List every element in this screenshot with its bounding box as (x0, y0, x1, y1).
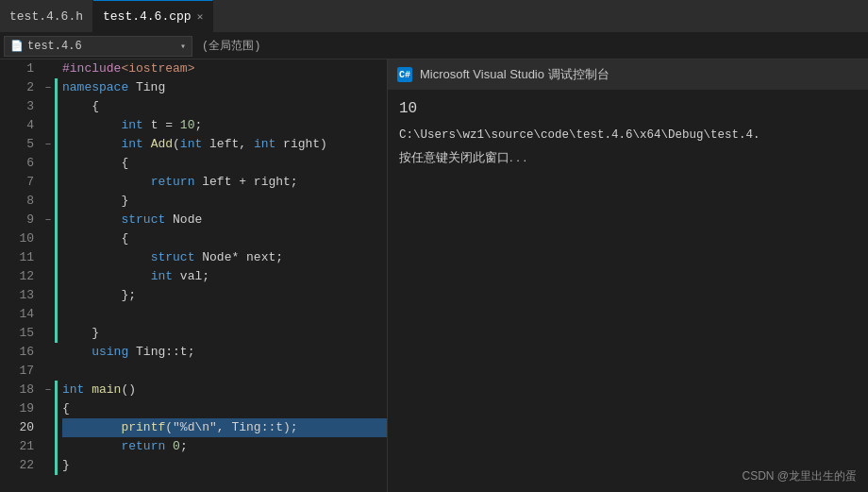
gutter: −−−− (42, 59, 55, 492)
code-line: } (62, 324, 387, 343)
console-output: 10 (399, 99, 857, 118)
editor-panel: 12345678910111213141516171819202122 −−−−… (0, 59, 387, 492)
gutter-cell (42, 305, 55, 324)
gutter-cell (42, 154, 55, 173)
gutter-cell (42, 97, 55, 116)
tab-bar: test.4.6.h test.4.6.cpp ✕ (0, 0, 868, 33)
line-number: 7 (0, 173, 34, 192)
gutter-cell (42, 362, 55, 381)
border-cell (55, 192, 58, 211)
border-cell (55, 362, 58, 381)
border-cell (55, 229, 58, 248)
line-number: 12 (0, 267, 34, 286)
code-line: } (62, 192, 387, 211)
console-header: C# Microsoft Visual Studio 调试控制台 (388, 59, 868, 90)
console-panel: C# Microsoft Visual Studio 调试控制台 10 C:\U… (387, 59, 868, 492)
tab-close-icon[interactable]: ✕ (197, 10, 204, 23)
file-selector[interactable]: 📄 test.4.6 ▾ (4, 36, 192, 57)
border-cell (55, 418, 58, 437)
gutter-cell (42, 248, 55, 267)
code-line: struct Node* next; (62, 248, 387, 267)
code-line: struct Node (62, 211, 387, 229)
border-cell (55, 381, 58, 399)
code-line: } (62, 456, 387, 475)
code-line (62, 305, 387, 324)
code-line: { (62, 399, 387, 418)
gutter-cell[interactable]: − (42, 78, 55, 97)
code-line: using Ting::t; (62, 343, 387, 362)
code-line: printf("%d\n", Ting::t); (62, 418, 387, 437)
line-number: 15 (0, 324, 34, 343)
line-number: 16 (0, 343, 34, 362)
code-line: { (62, 97, 387, 116)
gutter-cell (42, 173, 55, 192)
console-body[interactable]: 10 C:\Users\wz1\source\code\test.4.6\x64… (388, 90, 868, 492)
breadcrumb-text: (全局范围) (202, 38, 260, 54)
tab-h[interactable]: test.4.6.h (0, 0, 93, 32)
border-cell (55, 437, 58, 456)
code-line: { (62, 229, 387, 248)
main-area: 12345678910111213141516171819202122 −−−−… (0, 59, 868, 492)
console-path: C:\Users\wz1\source\code\test.4.6\x64\De… (399, 126, 857, 144)
line-number: 2 (0, 78, 34, 97)
code-lines: #include<iostream>namespace Ting { int t… (58, 59, 387, 492)
console-title: Microsoft Visual Studio 调试控制台 (420, 66, 609, 83)
border-cell (55, 173, 58, 192)
border-cell (55, 78, 58, 97)
gutter-cell (42, 324, 55, 343)
border-cell (55, 211, 58, 229)
line-number: 5 (0, 135, 34, 154)
code-line: namespace Ting (62, 78, 387, 97)
gutter-cell (42, 229, 55, 248)
gutter-cell (42, 286, 55, 305)
line-number: 20 (0, 418, 34, 437)
border-cell (55, 456, 58, 475)
border-cell (55, 248, 58, 267)
border-cell (55, 305, 58, 324)
code-line: int Add(int left, int right) (62, 135, 387, 154)
line-number: 11 (0, 248, 34, 267)
console-prompt: 按任意键关闭此窗口. . . (399, 148, 857, 167)
gutter-cell[interactable]: − (42, 135, 55, 154)
gutter-cell (42, 399, 55, 418)
watermark: CSDN @龙里出生的蛋 (742, 468, 857, 484)
line-numbers: 12345678910111213141516171819202122 (0, 59, 42, 492)
code-line: int val; (62, 267, 387, 286)
gutter-cell[interactable]: − (42, 381, 55, 399)
toolbar: 📄 test.4.6 ▾ (全局范围) (0, 33, 868, 59)
code-line: int main() (62, 381, 387, 399)
line-number: 10 (0, 229, 34, 248)
code-line: }; (62, 286, 387, 305)
border-cell (55, 97, 58, 116)
code-line: return 0; (62, 437, 387, 456)
line-number: 3 (0, 97, 34, 116)
border-cell (55, 59, 58, 78)
border-cell (55, 343, 58, 362)
gutter-cell (42, 192, 55, 211)
tab-cpp[interactable]: test.4.6.cpp ✕ (93, 0, 213, 32)
code-line: int t = 10; (62, 116, 387, 135)
gutter-cell (42, 418, 55, 437)
line-number: 6 (0, 154, 34, 173)
code-line: { (62, 154, 387, 173)
code-line (62, 362, 387, 381)
gutter-cell[interactable]: − (42, 211, 55, 229)
vs-icon: C# (397, 67, 412, 82)
line-number: 1 (0, 59, 34, 78)
file-icon: 📄 (10, 40, 24, 52)
border-cell (55, 286, 58, 305)
code-line: return left + right; (62, 173, 387, 192)
line-number: 4 (0, 116, 34, 135)
line-number: 22 (0, 456, 34, 475)
code-area[interactable]: 12345678910111213141516171819202122 −−−−… (0, 59, 387, 492)
border-cell (55, 135, 58, 154)
code-line: #include<iostream> (62, 59, 387, 78)
border-cell (55, 399, 58, 418)
gutter-cell (42, 437, 55, 456)
border-cell (55, 267, 58, 286)
gutter-cell (42, 267, 55, 286)
gutter-cell (42, 343, 55, 362)
line-number: 13 (0, 286, 34, 305)
file-selector-label: test.4.6 (27, 40, 82, 53)
gutter-cell (42, 116, 55, 135)
